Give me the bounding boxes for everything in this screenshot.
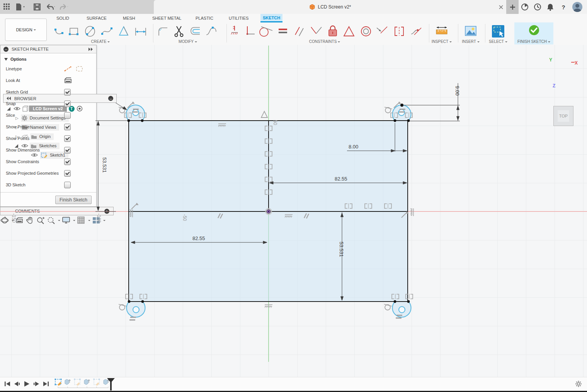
timeline-feature-sketch2[interactable] [74,379,81,386]
extensions-icon[interactable] [520,2,529,12]
fusion360-window: LCD Screen v2* ? SOLID SURFACE [0,0,587,392]
show-points-checkbox[interactable] [64,135,71,142]
constraint-coincident[interactable] [227,24,242,39]
constraint-parallel[interactable] [292,24,307,39]
tab-mesh[interactable]: MESH [121,14,138,22]
inspect-dropdown[interactable]: INSPECT [430,39,453,44]
show-points-label: Show Points [6,136,29,141]
undo-icon[interactable] [46,2,55,12]
view-cube-face-label: TOP [559,114,568,118]
constraint-vertical-horizontal[interactable] [243,24,257,39]
timeline-go-to-start-button[interactable] [3,380,12,388]
snap-checkbox[interactable] [64,101,71,107]
snap-label: Snap [6,101,16,106]
design-workspace-dropdown[interactable]: DESIGN [5,19,47,41]
tool-trim[interactable] [172,24,186,39]
tool-sketch-dimension[interactable] [133,24,148,39]
tool-circle[interactable] [83,24,97,39]
insert-label: INSERT [462,39,476,44]
constraint-symmetry[interactable] [392,24,407,39]
constraint-tangent[interactable] [258,24,273,39]
tool-offset[interactable] [188,24,202,39]
linetype-label: Linetype [6,66,22,71]
constraint-equal[interactable] [276,24,291,39]
create-dropdown[interactable]: CREATE [85,39,116,44]
tab-utilities[interactable]: UTILITIES [226,14,251,22]
dim-height-right: 53.531 [339,242,344,257]
tool-line[interactable] [52,24,66,39]
palette-row-snap: Snap [0,98,96,109]
user-avatar[interactable] [572,2,582,12]
constraint-fix[interactable] [325,24,340,39]
timeline-play-button[interactable] [22,380,31,388]
job-status-clock-icon[interactable] [533,2,542,12]
constraint-polygon[interactable] [342,24,356,39]
constraint-curvature[interactable] [409,24,424,39]
finish-sketch-dropdown[interactable]: FINISH SKETCH [514,39,553,44]
tab-sheet-metal[interactable]: SHEET METAL [150,14,184,22]
tool-break[interactable] [204,24,219,39]
axis-z-label: Z [553,83,555,89]
timeline-feature-sketch3[interactable] [94,379,100,386]
timeline-feature-extrude1[interactable] [65,379,70,385]
tool-inspect-measure[interactable] [434,24,449,39]
show-constraints-checkbox[interactable] [64,159,71,165]
sketch-palette: – SKETCH PALETTE Options Linetype [0,45,97,207]
construction-line-icon[interactable] [64,66,72,72]
browser-minimize-icon[interactable]: – [108,96,113,101]
tab-plastic[interactable]: PLASTIC [193,14,216,22]
file-menu-icon[interactable] [15,2,25,12]
sketch-grid-checkbox[interactable] [64,89,71,95]
constraints-label: CONSTRAINTS [309,39,337,44]
timeline-settings-gear-icon[interactable] [575,380,582,389]
timeline-feature-extrude2[interactable] [84,379,90,385]
constraint-midpoint[interactable] [375,24,390,39]
tool-spline[interactable] [100,24,114,39]
constraints-dropdown[interactable]: CONSTRAINTS [305,39,344,44]
show-projected-geometries-checkbox[interactable] [64,170,71,177]
redo-icon[interactable] [59,2,68,12]
tab-sketch[interactable]: SKETCH [260,14,282,22]
timeline-step-forward-button[interactable] [32,380,41,388]
view-cube-face[interactable]: TOP [558,110,569,122]
help-icon[interactable]: ? [559,2,568,12]
modeling-canvas[interactable]: R4.00 9.00 8.00 82.55 53.531 82.55 53.53… [0,45,587,377]
constraint-perpendicular[interactable] [309,24,324,39]
finish-sketch-button[interactable]: FINISH SKETCH [514,22,553,44]
save-icon[interactable] [32,2,42,12]
select-dropdown[interactable]: SELECT [486,39,510,44]
tab-solid[interactable]: SOLID [54,14,71,22]
notifications-bell-icon[interactable] [546,2,555,12]
3d-sketch-checkbox[interactable] [64,182,71,188]
finish-sketch-palette-button[interactable]: Finish Sketch [55,196,92,204]
new-tab-button[interactable] [506,0,519,14]
3d-sketch-label: 3D Sketch [6,182,26,187]
look-at-icon[interactable] [64,77,72,84]
timeline-step-back-button[interactable] [13,380,21,388]
close-tab-icon[interactable] [496,2,505,12]
show-projected-geometries-label: Show Projected Geometries [6,171,59,176]
palette-row-show-dimensions: Show Dimensions [0,144,96,156]
constraint-concentric[interactable] [359,24,373,39]
tool-fillet[interactable] [155,24,170,39]
tool-polygon[interactable] [117,24,131,39]
timeline-position-marker[interactable] [107,377,115,391]
insert-dropdown[interactable]: INSERT [460,39,482,44]
tool-rectangle[interactable] [66,24,81,39]
show-profile-label: Show Profile [6,124,30,129]
show-profile-checkbox[interactable] [64,124,71,130]
tool-insert-image[interactable] [463,24,478,39]
centerline-icon[interactable] [76,66,83,72]
view-cube[interactable]: TOP [553,106,573,126]
slice-checkbox[interactable] [64,112,71,119]
modify-dropdown[interactable]: MODIFY [172,39,203,44]
document-tab[interactable]: LCD Screen v2* [154,0,507,14]
origin-point[interactable] [265,208,272,215]
show-dimensions-checkbox[interactable] [64,147,71,153]
tab-surface[interactable]: SURFACE [84,14,109,22]
timeline-go-to-end-button[interactable] [42,380,50,388]
palette-row-look-at: Look At [0,75,96,86]
timeline-feature-sketch1[interactable] [55,379,62,386]
app-grid-icon[interactable] [2,2,12,12]
tool-select[interactable] [491,24,505,39]
